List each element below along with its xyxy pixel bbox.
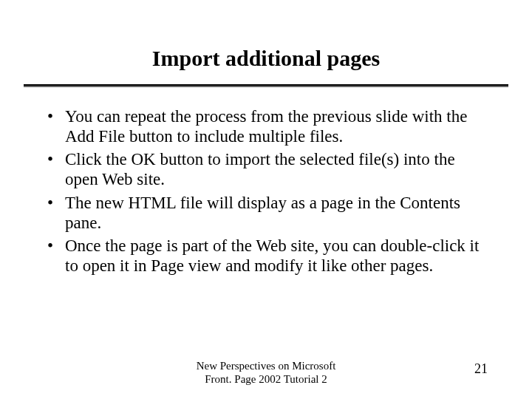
list-item: Once the page is part of the Web site, y… <box>46 236 486 276</box>
footer: New Perspectives on Microsoft Front. Pag… <box>0 359 532 386</box>
footer-line-1: New Perspectives on Microsoft <box>197 359 336 372</box>
slide-content: You can repeat the process from the prev… <box>0 86 532 276</box>
list-item: The new HTML file will display as a page… <box>46 193 486 233</box>
bullet-list: You can repeat the process from the prev… <box>46 106 486 276</box>
slide-title: Import additional pages <box>0 0 532 84</box>
list-item: You can repeat the process from the prev… <box>46 106 486 146</box>
page-number: 21 <box>474 361 488 377</box>
footer-text: New Perspectives on Microsoft Front. Pag… <box>197 359 336 386</box>
list-item: Click the OK button to import the select… <box>46 149 486 189</box>
footer-line-2: Front. Page 2002 Tutorial 2 <box>197 372 336 386</box>
